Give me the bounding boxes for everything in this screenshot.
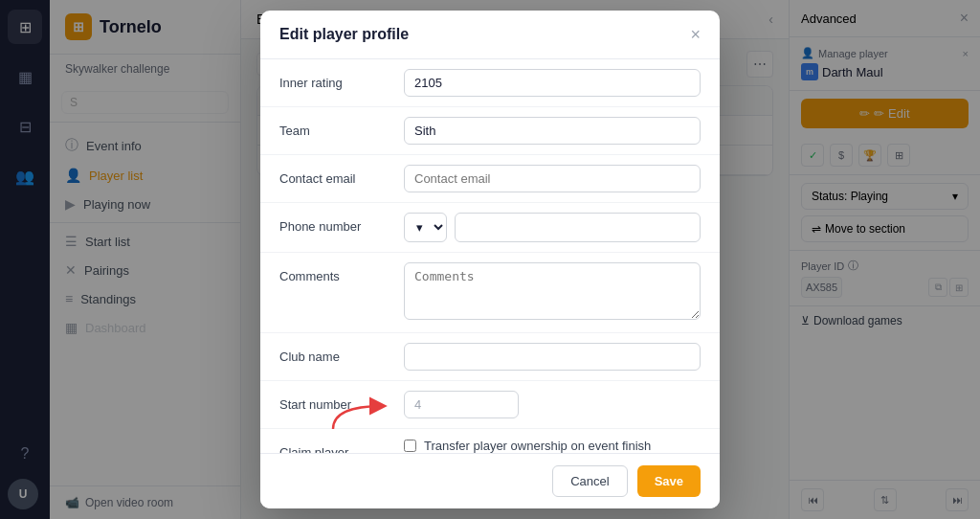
club-name-control [404,343,701,371]
comments-label: Comments [279,262,404,283]
club-name-input[interactable] [404,343,701,371]
modal-footer: Cancel Save [260,453,720,508]
comments-row: Comments [260,253,720,333]
cancel-button[interactable]: Cancel [552,465,627,497]
inner-rating-label: Inner rating [279,69,404,90]
phone-input[interactable] [455,213,701,242]
transfer-label: Transfer player ownership on event finis… [424,439,651,453]
claim-player-label: Claim player [279,439,404,453]
contact-email-input[interactable] [404,165,701,192]
club-name-row: Club name [260,333,720,381]
save-button[interactable]: Save [637,465,701,497]
phone-number-control: ▾ [404,213,701,242]
team-input[interactable] [404,117,701,145]
modal-close-icon[interactable]: × [690,26,701,43]
team-row: Team [260,107,720,155]
claim-player-control: Transfer player ownership on event finis… [404,439,701,453]
red-arrow-indicator [325,390,402,440]
phone-country-select[interactable]: ▾ [404,213,447,242]
start-number-control [404,391,701,418]
contact-email-row: Contact email [260,155,720,203]
team-label: Team [279,117,404,138]
comments-control [404,262,701,323]
modal-header: Edit player profile × [260,11,720,59]
phone-number-label: Phone number [279,213,404,234]
contact-email-label: Contact email [279,165,404,186]
claim-player-checkbox[interactable] [404,440,416,452]
modal-overlay: Edit player profile × Inner rating Team [0,0,980,519]
inner-rating-control [404,69,701,97]
club-name-label: Club name [279,343,404,364]
comments-textarea[interactable] [404,262,701,320]
start-number-input[interactable] [404,391,519,418]
inner-rating-input[interactable] [404,69,701,97]
phone-number-row: Phone number ▾ [260,203,720,253]
contact-email-control [404,165,701,192]
team-control [404,117,701,145]
modal-title: Edit player profile [279,26,409,43]
inner-rating-row: Inner rating [260,59,720,107]
